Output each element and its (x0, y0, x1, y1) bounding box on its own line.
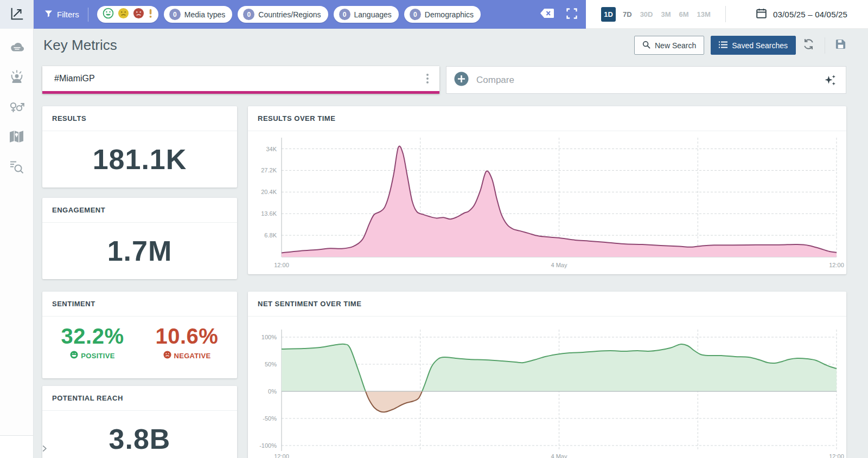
svg-text:12:00: 12:00 (274, 262, 289, 268)
svg-text:4 May: 4 May (551, 453, 567, 458)
svg-text:12:00: 12:00 (274, 453, 289, 458)
gender-icons (9, 101, 24, 115)
calendar-icon (756, 8, 767, 20)
app-logo[interactable] (0, 0, 33, 29)
map-icon (9, 130, 24, 145)
results-card-title: RESULTS (42, 106, 237, 131)
negative-sentiment-value: 10.6% (156, 324, 219, 349)
svg-text:0%: 0% (268, 388, 277, 395)
divider (825, 37, 825, 54)
trend-chart-logo-icon (9, 6, 24, 23)
results-over-time-chart: 34K27.2K20.4K13.6K6.8K12:004 May12:00 (248, 131, 846, 274)
compare-input[interactable]: Compare (446, 66, 846, 94)
svg-text:12:00: 12:00 (829, 262, 844, 268)
search-icon (642, 41, 650, 50)
results-over-time-card: RESULTS OVER TIME 34K27.2K20.4K13.6K6.8K… (248, 106, 846, 274)
new-search-button[interactable]: New Search (634, 36, 704, 55)
media-types-filter-pill[interactable]: 0 Media types (164, 6, 232, 23)
languages-label: Languages (354, 10, 393, 19)
add-circle-icon (454, 72, 469, 88)
time-range-13m[interactable]: 13M (697, 10, 711, 18)
sentiment-filter-pill[interactable] (97, 6, 158, 23)
divider (725, 6, 726, 22)
languages-count-badge: 0 (339, 9, 350, 20)
countries-count-badge: 0 (243, 9, 254, 20)
saved-searches-label: Saved Searches (732, 41, 788, 50)
positive-face-icon (70, 351, 78, 360)
search-row: #MiamiGP Compare (42, 66, 846, 94)
svg-text:13.6K: 13.6K (261, 210, 277, 217)
media-types-label: Media types (184, 10, 227, 19)
svg-text:20.4K: 20.4K (261, 189, 277, 195)
svg-text:12:00: 12:00 (829, 453, 844, 458)
fullscreen-button[interactable] (566, 8, 577, 21)
save-floppy-icon (835, 38, 846, 52)
potential-reach-value: 3.8B (109, 423, 171, 455)
fullscreen-icon (566, 8, 577, 21)
backspace-clear-icon (540, 8, 554, 21)
negative-label: NEGATIVE (174, 352, 211, 360)
svg-text:34K: 34K (266, 146, 277, 152)
demographics-filter-pill[interactable]: 0 Demographics (404, 6, 481, 23)
sidebar-item-world-map[interactable] (9, 130, 24, 145)
net-sentiment-over-time-title: NET SENTIMENT OVER TIME (248, 292, 846, 317)
compare-placeholder: Compare (476, 75, 514, 86)
time-range-7d[interactable]: 7D (623, 10, 632, 18)
filters-label: Filters (57, 10, 79, 19)
alert-exclamation-icon (148, 8, 153, 21)
page-title: Key Metrics (43, 37, 117, 54)
ai-sparkles-icon[interactable] (824, 74, 836, 87)
list-icon (719, 41, 727, 50)
sidebar (0, 0, 34, 458)
funnel-icon (44, 10, 53, 20)
sidebar-item-demographics[interactable] (9, 100, 24, 115)
svg-text:-100%: -100% (259, 442, 277, 449)
filters-bar: Filters (34, 0, 586, 29)
divider (88, 8, 88, 22)
clear-filters-button[interactable] (540, 8, 554, 21)
media-types-count-badge: 0 (169, 9, 181, 20)
svg-text:6.8K: 6.8K (264, 232, 277, 238)
engagement-value: 1.7M (107, 235, 173, 267)
date-range-picker[interactable]: 03/05/25 – 04/05/25 (756, 8, 847, 20)
search-list-icon (9, 159, 24, 176)
svg-text:4 May: 4 May (551, 262, 567, 268)
sidebar-item-word-cloud[interactable] (9, 41, 24, 56)
time-range-6m[interactable]: 6M (679, 10, 689, 18)
net-sentiment-over-time-card: NET SENTIMENT OVER TIME 100%50%0%-50%-10… (248, 292, 846, 458)
date-range-value: 03/05/25 – 04/05/25 (773, 10, 847, 19)
time-range-1d[interactable]: 1D (601, 7, 616, 22)
search-query-value: #MiamiGP (54, 74, 95, 83)
sidebar-item-influencers[interactable] (9, 70, 24, 86)
refresh-button[interactable] (802, 38, 815, 53)
positive-label: POSITIVE (81, 352, 114, 360)
filters-button[interactable]: Filters (44, 10, 79, 20)
new-search-label: New Search (655, 41, 696, 50)
results-value: 181.1K (93, 143, 187, 176)
sentiment-card: SENTIMENT 32.2% POSITIVE 10.6% (42, 292, 237, 378)
neutral-face-icon (118, 8, 129, 21)
demographics-label: Demographics (425, 10, 475, 19)
search-query-card[interactable]: #MiamiGP (42, 66, 439, 94)
positive-face-icon (103, 8, 114, 21)
time-range-3m[interactable]: 3M (661, 10, 671, 18)
page-header: Key Metrics New Search Sav (43, 36, 846, 55)
expand-sidebar-button[interactable] (38, 443, 50, 455)
potential-reach-card: POTENTIAL REACH 3.8B (42, 386, 237, 458)
results-over-time-title: RESULTS OVER TIME (248, 106, 846, 131)
sidebar-footer (0, 435, 33, 458)
svg-text:50%: 50% (265, 361, 277, 367)
key-metrics-dashboard: Filters (0, 0, 868, 458)
refresh-icon (802, 38, 815, 53)
countries-regions-filter-pill[interactable]: 0 Countries/Regions (238, 6, 328, 23)
svg-text:100%: 100% (261, 334, 277, 340)
svg-text:-50%: -50% (263, 415, 277, 422)
query-menu-button[interactable] (423, 70, 432, 87)
time-range-30d[interactable]: 30D (640, 10, 653, 18)
chevron-right-icon (41, 444, 48, 454)
save-button[interactable] (835, 38, 846, 52)
languages-filter-pill[interactable]: 0 Languages (334, 6, 399, 23)
demographics-count-badge: 0 (410, 9, 421, 20)
sidebar-item-results-search[interactable] (9, 160, 24, 175)
saved-searches-button[interactable]: Saved Searches (711, 36, 796, 55)
